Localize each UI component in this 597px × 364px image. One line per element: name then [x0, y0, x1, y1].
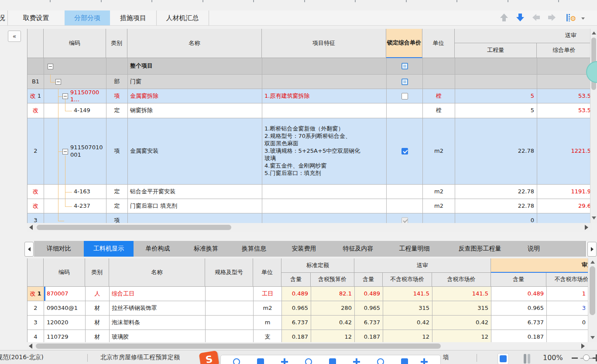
main-vertical-scrollbar[interactable] — [590, 29, 597, 223]
cell-value[interactable]: 82.1 — [311, 287, 355, 301]
cell-category[interactable]: 部 — [106, 75, 128, 89]
cell-unit[interactable]: 工日 — [254, 287, 282, 301]
main-horizontal-scrollbar[interactable] — [27, 223, 592, 232]
cell-unit[interactable]: m2 — [254, 301, 282, 316]
bt-col-unit[interactable]: 单位 — [253, 258, 281, 287]
cell-composite-price[interactable]: 1221.5 — [537, 118, 592, 185]
cell-quantity[interactable]: 5 — [455, 89, 537, 103]
toolbar-icon-8[interactable] — [401, 358, 408, 364]
cell-spec[interactable] — [206, 316, 254, 330]
bt-col-name[interactable]: 名称 — [109, 258, 205, 287]
cell-quantity[interactable]: 5 — [455, 103, 537, 118]
bt-subcol-6[interactable]: 含量 — [491, 273, 546, 287]
bottom-tab-工程量明细[interactable]: 工程量明细 — [386, 241, 443, 257]
bottom-tab-标准换算[interactable]: 标准换算 — [182, 241, 230, 257]
cell-category[interactable]: 定 — [106, 185, 128, 199]
cell-category[interactable]: 材 — [86, 301, 110, 316]
bt-col-code[interactable]: 编码 — [44, 258, 85, 287]
move-down-arrow-icon[interactable] — [516, 14, 524, 22]
cell-quantity[interactable] — [455, 58, 537, 75]
main-hscroll-thumb[interactable] — [37, 225, 231, 230]
bottom-tabs-scroll-left-button[interactable] — [24, 242, 34, 257]
cell-lock[interactable] — [387, 199, 423, 213]
cell-name[interactable]: 泡沫塑料条 — [110, 316, 206, 330]
tree-collapse-toggle[interactable] — [62, 149, 68, 155]
bottom-tab-说明[interactable]: 说明 — [517, 241, 586, 257]
row-indicator[interactable]: 改 — [27, 103, 44, 118]
cell-unit[interactable]: 支 — [254, 330, 282, 342]
cell-code[interactable] — [44, 58, 106, 75]
cell-name[interactable]: 铝合金平开窗安装 — [128, 185, 262, 199]
row-indicator[interactable]: B1 — [27, 75, 44, 89]
cell-code[interactable]: 4-163 — [44, 185, 106, 199]
move-left-arrow-icon[interactable] — [532, 14, 540, 22]
toolbar-icon-2[interactable] — [257, 358, 264, 364]
cell-feature[interactable] — [262, 75, 387, 89]
cell-category[interactable]: 定 — [106, 199, 128, 213]
tree-collapse-toggle[interactable] — [48, 64, 53, 69]
cell-unit[interactable] — [423, 213, 455, 223]
bt-subcol-1[interactable]: 含量 — [281, 273, 311, 287]
cell-code[interactable]: 870007 — [44, 287, 86, 301]
cell-category[interactable]: 人 — [86, 287, 110, 301]
row-indicator[interactable]: 2 — [27, 118, 44, 185]
bt-group-3[interactable]: 审定 — [491, 258, 597, 273]
tab-分部分项[interactable]: 分部分项 — [65, 10, 110, 25]
cell-value[interactable]: 280 — [311, 301, 355, 316]
cell-unit[interactable] — [423, 75, 455, 89]
row-indicator[interactable]: 3 — [27, 316, 44, 330]
cell-name[interactable]: 拉丝不锈钢装饰罩 — [110, 301, 206, 316]
cell-code[interactable]: 911507001… — [44, 89, 106, 103]
cell-value[interactable]: 0.187 — [491, 330, 547, 342]
cell-value[interactable]: 6.737 — [491, 316, 547, 330]
cell-lock[interactable] — [387, 213, 423, 223]
bottom-tab-详细对比[interactable]: 详细对比 — [34, 241, 84, 257]
bottom-tab-工料机显示[interactable]: 工料机显示 — [84, 241, 134, 257]
scroll-left-icon[interactable] — [29, 343, 32, 349]
cell-lock[interactable] — [387, 118, 423, 185]
toolbar-icon-5[interactable] — [329, 358, 336, 364]
bt-subcol-3[interactable]: 含量 — [354, 273, 383, 287]
cell-value[interactable]: 6.737 — [355, 316, 383, 330]
lock-price-checkbox[interactable] — [401, 63, 408, 69]
bt-subcol-2[interactable]: 含税预算价 — [311, 273, 354, 287]
main-col-lock-unit-price[interactable]: 锁定综合单价 — [386, 29, 422, 58]
cell-quantity[interactable] — [455, 75, 537, 89]
zoom-in-button[interactable] — [593, 354, 597, 361]
zoom-slider-knob[interactable] — [583, 354, 590, 361]
main-col-quantity[interactable]: 工程量 — [455, 43, 537, 58]
cell-quantity[interactable]: 22.78 — [455, 185, 537, 199]
cell-unit[interactable]: m — [254, 316, 282, 330]
cell-category[interactable]: 项 — [106, 213, 128, 223]
cell-name[interactable]: 玻璃胶 — [110, 330, 206, 342]
cell-lock[interactable] — [387, 89, 423, 103]
screenshot-tool-logo[interactable]: S — [199, 350, 220, 364]
scroll-right-icon[interactable] — [585, 225, 588, 230]
column-settings-icon[interactable]: ⚙ — [566, 13, 580, 23]
cell-feature[interactable] — [262, 199, 387, 213]
bt-subcol-5[interactable]: 含税市场价 — [432, 273, 491, 287]
cell-category[interactable]: 定 — [106, 103, 128, 118]
cell-value[interactable]: 12 — [311, 330, 355, 342]
row-indicator[interactable] — [27, 58, 44, 75]
cell-value[interactable]: 141.5 — [432, 287, 491, 301]
cell-value[interactable]: 0.489 — [282, 287, 311, 301]
cell-composite-price[interactable]: 53.5 — [537, 89, 592, 103]
cell-lock[interactable] — [387, 185, 423, 199]
cell-composite-price[interactable]: 1191.9 — [537, 185, 592, 199]
main-col-category[interactable]: 类别 — [106, 29, 127, 58]
row-indicator[interactable]: 改 — [27, 199, 44, 213]
lock-price-checkbox[interactable] — [401, 217, 408, 223]
row-indicator[interactable]: 改 — [27, 185, 44, 199]
main-col-code[interactable]: 编码 — [44, 29, 106, 58]
cell-quantity[interactable]: 22.78 — [455, 118, 537, 185]
cell-code[interactable]: 120020 — [44, 316, 86, 330]
cell-value[interactable]: 0.965 — [282, 301, 311, 316]
columns-view-icon[interactable] — [523, 354, 532, 364]
cell-value[interactable]: 0.42 — [383, 316, 432, 330]
cell-composite-price[interactable] — [537, 58, 592, 75]
cell-value[interactable]: 0.965 — [355, 301, 383, 316]
bt-group-1[interactable]: 标准定额 — [281, 258, 354, 273]
main-col-name[interactable]: 名称 — [127, 29, 262, 58]
cell-lock[interactable] — [387, 75, 423, 89]
